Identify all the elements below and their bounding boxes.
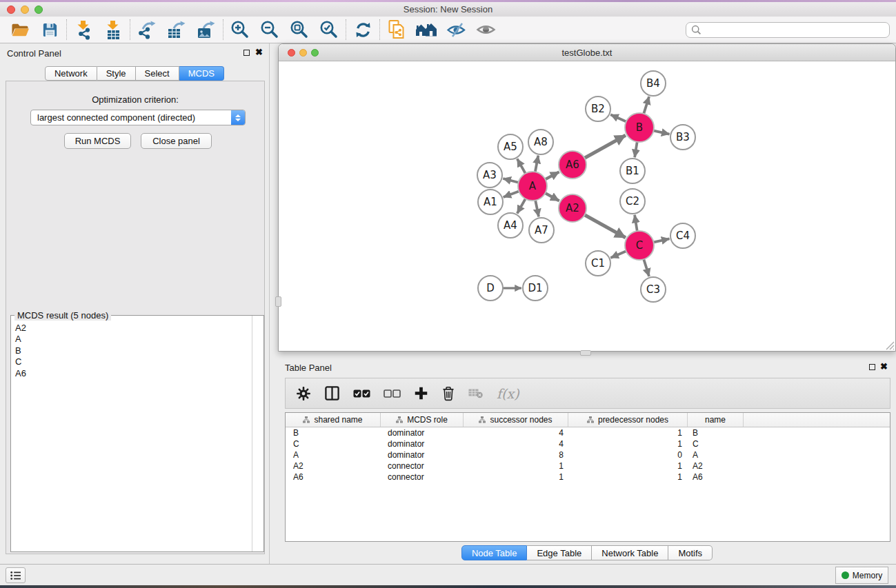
duplicate-network-button[interactable] [385,18,408,41]
mcds-result-item[interactable]: B [15,345,263,356]
table-row[interactable]: Adominator80A [286,449,890,460]
delete-table-button[interactable] [468,388,484,398]
run-mcds-button[interactable]: Run MCDS [64,133,131,149]
graph-edge-B-B3[interactable] [653,130,670,134]
close-table-panel-icon[interactable]: ✖ [880,362,888,372]
table-cell[interactable]: B [688,428,744,438]
search-input[interactable] [704,23,889,37]
float-panel-icon[interactable] [243,50,250,56]
table-cell[interactable]: 4 [464,428,568,438]
task-history-button[interactable] [6,567,26,583]
search-field[interactable] [686,22,890,38]
vertical-scroll-thumb[interactable] [275,296,281,307]
memory-button[interactable]: Memory [835,567,888,584]
graph-edge-A-A7[interactable] [535,199,539,217]
table-cell[interactable]: dominator [381,450,464,460]
graph-edge-C-C1[interactable] [610,251,627,258]
deselect-all-button[interactable] [384,389,401,398]
column-header-successor-nodes[interactable]: successor nodes [464,413,568,427]
table-row[interactable]: A2connector11A2 [286,460,890,472]
column-header-shared-name[interactable]: shared name [286,413,381,427]
graph-edge-C-C4[interactable] [653,239,670,243]
table-cell[interactable]: 1 [568,428,688,438]
horizontal-scroll-thumb[interactable] [580,350,591,356]
table-tab-motifs[interactable]: Motifs [668,545,713,560]
home-button[interactable] [415,18,438,41]
table-cell[interactable]: A2 [286,461,381,471]
mcds-result-item[interactable]: A6 [15,368,263,379]
table-cell[interactable]: 4 [464,439,568,449]
table-tab-network-table[interactable]: Network Table [592,545,668,560]
column-header-mcds-role[interactable]: MCDS role [381,413,464,427]
table-cell[interactable]: dominator [381,439,464,449]
table-cell[interactable]: 8 [464,450,568,460]
table-cell[interactable]: C [688,439,744,449]
table-row[interactable]: Cdominator41C [286,438,890,449]
function-builder-button[interactable]: f(x) [497,386,519,401]
table-tab-node-table[interactable]: Node Table [461,545,528,560]
graph-edge-A6-B[interactable] [584,135,626,159]
graph-edge-A-A6[interactable] [544,172,559,180]
resize-grip-icon[interactable] [884,340,895,350]
network-graph[interactable]: B4B2BB3A8A5A6B1A3AA1C2A2A4A7C4CC1C3DD1 [279,61,895,351]
table-cell[interactable]: A [688,450,744,460]
float-table-panel-icon[interactable] [869,364,875,370]
graph-edge-A-A8[interactable] [535,156,539,174]
close-panel-icon[interactable]: ✖ [255,48,263,57]
minimize-network-window-button[interactable] [299,49,307,57]
close-network-window-button[interactable] [288,49,295,57]
split-columns-button[interactable] [324,385,340,401]
network-window-titlebar[interactable]: testGlobe.txt [279,44,895,61]
table-cell[interactable]: 1 [464,472,568,482]
column-header-name[interactable]: name [688,413,744,427]
table-cell[interactable]: 1 [464,461,568,471]
mcds-result-item[interactable]: A [15,334,263,345]
table-cell[interactable]: A6 [286,472,381,482]
tab-style[interactable]: Style [97,66,136,81]
zoom-window-button[interactable] [34,6,43,14]
table-cell[interactable]: C [286,439,381,449]
table-cell[interactable]: A [286,450,381,460]
graph-edge-A-A4[interactable] [517,198,526,214]
refresh-view-button[interactable] [351,18,375,41]
column-header-predecessor-nodes[interactable]: predecessor nodes [568,413,688,427]
zoom-fit-button[interactable] [288,18,311,41]
graph-edge-A-A3[interactable] [503,179,519,183]
table-tab-edge-table[interactable]: Edge Table [527,545,592,560]
zoom-network-window-button[interactable] [311,49,319,57]
graph-edge-C-C3[interactable] [644,258,649,276]
add-column-button[interactable] [414,386,428,401]
table-cell[interactable]: 0 [568,450,688,460]
show-eye-button[interactable] [474,18,497,41]
mcds-result-item[interactable]: A2 [15,323,263,334]
table-row[interactable]: Bdominator41B [286,427,890,438]
export-table-button[interactable] [165,18,188,41]
table-cell[interactable]: 1 [568,461,688,471]
graph-edge-A2-C[interactable] [584,214,626,238]
graph-edge-A-A2[interactable] [544,192,559,201]
network-canvas[interactable]: B4B2BB3A8A5A6B1A3AA1C2A2A4A7C4CC1C3DD1 [279,61,895,351]
table-cell[interactable]: connector [381,472,464,482]
table-cell[interactable]: connector [381,461,464,471]
open-session-button[interactable] [8,18,32,41]
close-window-button[interactable] [7,6,15,14]
hide-glyphs-button[interactable] [444,18,468,41]
graph-edge-B-B2[interactable] [610,114,627,122]
import-table-button[interactable] [101,18,125,41]
export-network-button[interactable] [135,18,159,41]
table-row[interactable]: A6connector11A6 [286,472,890,483]
table-cell[interactable]: B [286,428,381,438]
zoom-in-button[interactable] [228,18,252,41]
zoom-out-button[interactable] [258,18,281,41]
import-network-button[interactable] [72,18,95,41]
export-image-button[interactable] [195,18,218,41]
graph-edge-B-B1[interactable] [635,141,637,157]
criterion-dropdown[interactable]: largest connected component (directed) [30,110,246,125]
close-panel-button[interactable]: Close panel [141,133,212,149]
table-settings-button[interactable] [296,386,311,401]
minimize-window-button[interactable] [21,6,29,14]
tab-select[interactable]: Select [136,66,179,81]
table-cell[interactable]: 1 [568,472,688,482]
table-cell[interactable]: A2 [688,461,744,471]
select-all-button[interactable] [353,389,370,398]
